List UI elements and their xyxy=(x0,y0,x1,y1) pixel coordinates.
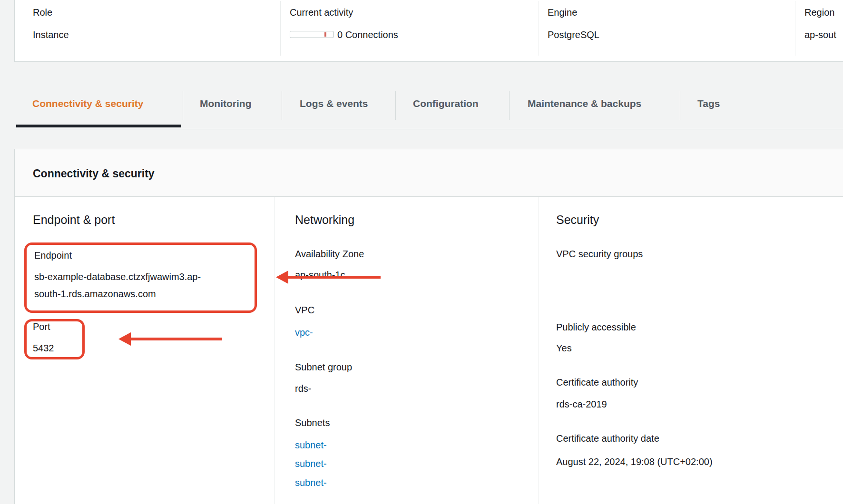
column-divider xyxy=(539,197,539,504)
certificate-authority-label: Certificate authority xyxy=(556,376,638,389)
subnet-link[interactable]: subnet- xyxy=(295,457,327,470)
tab-logs-events[interactable]: Logs & events xyxy=(300,98,368,109)
subnet-link[interactable]: subnet- xyxy=(295,476,327,489)
tab-monitoring[interactable]: Monitoring xyxy=(200,98,251,109)
publicly-accessible-label: Publicly accessible xyxy=(556,320,636,334)
certificate-authority-date-label: Certificate authority date xyxy=(556,432,659,445)
region-label: Region xyxy=(804,6,834,19)
engine-label: Engine xyxy=(548,6,577,19)
tab-separator xyxy=(509,91,510,120)
summary-divider xyxy=(795,1,795,56)
vpc-security-groups-label: VPC security groups xyxy=(556,247,643,261)
tab-maintenance-backups[interactable]: Maintenance & backups xyxy=(528,98,641,109)
role-value: Instance xyxy=(33,28,69,41)
active-tab-underline xyxy=(16,125,181,127)
connections-meter-tick xyxy=(324,32,326,37)
subnet-link[interactable]: subnet- xyxy=(295,438,327,452)
publicly-accessible-value: Yes xyxy=(556,341,572,355)
panel-title: Connectivity & security xyxy=(33,166,155,181)
vpc-link[interactable]: vpc- xyxy=(295,326,313,339)
tab-connectivity-security[interactable]: Connectivity & security xyxy=(32,98,143,109)
endpoint-port-heading: Endpoint & port xyxy=(33,212,115,227)
subnets-label: Subnets xyxy=(295,416,330,429)
tab-separator xyxy=(183,91,183,120)
column-divider xyxy=(274,197,275,504)
networking-heading: Networking xyxy=(295,212,354,227)
tab-separator xyxy=(395,91,396,120)
availability-zone-value: ap-south-1c xyxy=(295,268,345,281)
port-label: Port xyxy=(33,320,50,333)
panel-header: Connectivity & security xyxy=(15,149,843,197)
summary-panel: Role Instance Current activity 0 Connect… xyxy=(14,0,843,62)
region-value: ap-sout xyxy=(804,28,836,41)
endpoint-value: sb-example-database.ctzxfjwawim3.ap- sou… xyxy=(34,268,258,302)
connections-meter xyxy=(290,31,333,38)
security-heading: Security xyxy=(556,212,599,227)
tab-separator xyxy=(680,91,680,120)
current-activity-label: Current activity xyxy=(290,6,353,19)
current-activity-value: 0 Connections xyxy=(337,28,398,41)
summary-divider xyxy=(539,1,539,56)
certificate-authority-value: rds-ca-2019 xyxy=(556,397,607,411)
endpoint-label: Endpoint xyxy=(34,249,72,262)
summary-divider xyxy=(280,1,281,56)
subnet-group-label: Subnet group xyxy=(295,360,352,374)
role-label: Role xyxy=(33,6,52,19)
rds-instance-page: Role Instance Current activity 0 Connect… xyxy=(0,0,843,504)
availability-zone-label: Availability Zone xyxy=(295,247,364,261)
tab-separator xyxy=(282,91,282,120)
connectivity-security-panel: Connectivity & security Endpoint & port … xyxy=(14,149,843,504)
certificate-authority-date-value: August 22, 2024, 19:08 (UTC+02:00) xyxy=(556,455,713,468)
tab-tags[interactable]: Tags xyxy=(697,98,720,109)
tab-configuration[interactable]: Configuration xyxy=(413,98,479,109)
port-value: 5432 xyxy=(33,341,54,355)
engine-value: PostgreSQL xyxy=(548,28,599,41)
subnet-group-value: rds- xyxy=(295,382,311,395)
vpc-label: VPC xyxy=(295,303,314,317)
tab-bar-border xyxy=(14,129,843,129)
